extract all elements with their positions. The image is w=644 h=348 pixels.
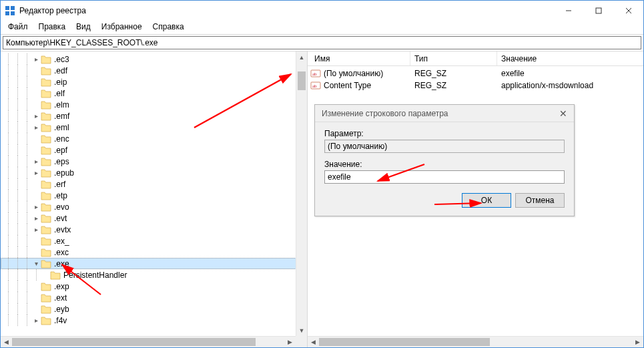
expand-icon[interactable]: ▸	[31, 158, 41, 165]
tree-item[interactable]: .edf	[1, 65, 307, 76]
tree-item[interactable]: .ext	[1, 292, 307, 303]
tree-item-label: .eml	[54, 123, 69, 132]
maximize-button[interactable]	[583, 1, 613, 21]
folder-icon	[41, 168, 51, 178]
tree-item[interactable]: ▸.evt	[1, 212, 307, 224]
tree-scroll-thumb-h[interactable]	[12, 338, 256, 346]
tree-item[interactable]: ▾.exe	[1, 258, 307, 269]
folder-icon	[41, 305, 51, 314]
tree-item-label: .ec3	[54, 55, 69, 64]
tree-item[interactable]: ▸.eps	[1, 156, 307, 167]
folder-icon	[41, 248, 51, 257]
tree-item-label: .elf	[54, 89, 65, 98]
expand-icon[interactable]: ▸	[31, 124, 41, 131]
list-scroll-thumb-h[interactable]	[319, 338, 490, 346]
tree-item-label: PersistentHandler	[63, 271, 127, 280]
svg-rect-3	[11, 11, 15, 15]
folder-icon	[41, 202, 51, 212]
expand-icon[interactable]: ▸	[31, 203, 41, 210]
collapse-icon[interactable]: ▾	[31, 260, 41, 267]
address-input[interactable]	[3, 36, 641, 49]
folder-icon	[41, 112, 51, 121]
folder-icon	[41, 214, 51, 223]
dialog-close-button[interactable]: ✕	[557, 108, 570, 119]
tree-item[interactable]: .elf	[1, 88, 307, 99]
dialog-title: Изменение строкового параметра	[322, 109, 448, 118]
expand-icon[interactable]: ▸	[31, 112, 41, 120]
tree-item[interactable]: .ex_	[1, 235, 307, 246]
expand-icon[interactable]: ▸	[31, 169, 41, 176]
folder-icon	[41, 191, 51, 200]
tree-item-label: .evo	[54, 202, 69, 212]
tree-item[interactable]: ▸.evtx	[1, 224, 307, 235]
close-button[interactable]	[613, 1, 643, 21]
param-field	[324, 140, 565, 153]
dialog-titlebar[interactable]: Изменение строкового параметра ✕	[315, 105, 574, 122]
tree-item[interactable]: ▸.emf	[1, 110, 307, 122]
scroll-right-icon[interactable]: ▶	[284, 337, 296, 347]
cancel-button[interactable]: Отмена	[515, 193, 565, 208]
col-value[interactable]: Значение	[497, 51, 643, 65]
tree-pane: ▸.ec3.edf.eip.elf.elm▸.emf▸.eml.enc.epf▸…	[1, 51, 308, 347]
menubar: Файл Правка Вид Избранное Справка	[1, 21, 643, 34]
value-label: Значение:	[324, 160, 565, 169]
registry-tree[interactable]: ▸.ec3.edf.eip.elf.elm▸.emf▸.eml.enc.epf▸…	[1, 51, 307, 328]
value-row[interactable]: ab(По умолчанию)REG_SZexefile	[308, 67, 643, 79]
svg-rect-2	[5, 11, 9, 15]
tree-item-label: .evtx	[54, 225, 71, 234]
menu-help[interactable]: Справка	[148, 21, 189, 32]
expand-icon[interactable]: ▸	[31, 226, 41, 233]
tree-item-label: .eps	[54, 157, 69, 166]
tree-item[interactable]: .etp	[1, 190, 307, 201]
tree-item-label: .eyb	[54, 305, 69, 314]
scroll-left-icon[interactable]: ◀	[308, 337, 319, 347]
scroll-left-icon[interactable]: ◀	[1, 337, 12, 347]
tree-item[interactable]: .exp	[1, 281, 307, 292]
scroll-down-icon[interactable]: ▼	[296, 325, 307, 336]
tree-item[interactable]: .eyb	[1, 303, 307, 315]
value-row[interactable]: abContent TypeREG_SZapplication/x-msdown…	[308, 79, 643, 92]
tree-item-label: .elm	[54, 100, 69, 110]
tree-item-label: .f4v	[54, 316, 67, 325]
svg-rect-5	[596, 8, 601, 13]
values-list[interactable]: ab(По умолчанию)REG_SZexefileabContent T…	[308, 66, 643, 93]
tree-item[interactable]: .erf	[1, 178, 307, 190]
folder-icon	[41, 282, 51, 291]
menu-edit[interactable]: Правка	[34, 21, 71, 32]
value-field[interactable]	[324, 170, 565, 184]
col-type[interactable]: Тип	[410, 51, 497, 65]
col-name[interactable]: Имя	[310, 51, 410, 65]
tree-scrollbar-h[interactable]: ◀ ▶	[1, 336, 296, 347]
tree-item[interactable]: ▸.eml	[1, 122, 307, 133]
value-data: exefile	[497, 69, 643, 78]
menu-favorites[interactable]: Избранное	[97, 21, 147, 32]
scroll-up-icon[interactable]: ▲	[296, 51, 307, 63]
string-value-icon: ab	[310, 80, 321, 91]
tree-item[interactable]: ▸.f4v	[1, 315, 307, 326]
tree-scroll-thumb-v[interactable]	[298, 71, 306, 90]
folder-icon	[50, 271, 61, 280]
tree-item[interactable]: .eip	[1, 76, 307, 88]
value-data: application/x-msdownload	[497, 81, 643, 90]
tree-scrollbar-v[interactable]: ▲ ▼	[296, 51, 307, 336]
tree-item[interactable]: .enc	[1, 133, 307, 144]
menu-view[interactable]: Вид	[71, 21, 95, 32]
tree-item[interactable]: ▸.ec3	[1, 53, 307, 65]
scroll-right-icon[interactable]: ▶	[632, 337, 643, 347]
tree-item[interactable]: ▸.evo	[1, 201, 307, 212]
folder-icon	[41, 134, 51, 144]
ok-button[interactable]: ОК	[462, 193, 511, 208]
tree-item[interactable]: PersistentHandler	[1, 269, 307, 281]
tree-item[interactable]: .elm	[1, 99, 307, 110]
tree-item[interactable]: ▸.epub	[1, 167, 307, 178]
expand-icon[interactable]: ▸	[31, 317, 41, 324]
minimize-button[interactable]	[553, 1, 583, 21]
tree-item-label: .ext	[54, 293, 67, 303]
tree-item[interactable]: .epf	[1, 144, 307, 156]
tree-item[interactable]: .exc	[1, 246, 307, 258]
expand-icon[interactable]: ▸	[31, 214, 41, 222]
expand-icon[interactable]: ▸	[31, 55, 41, 63]
menu-file[interactable]: Файл	[3, 21, 33, 32]
list-scrollbar-h[interactable]: ◀ ▶	[308, 336, 643, 347]
folder-icon	[41, 236, 51, 246]
